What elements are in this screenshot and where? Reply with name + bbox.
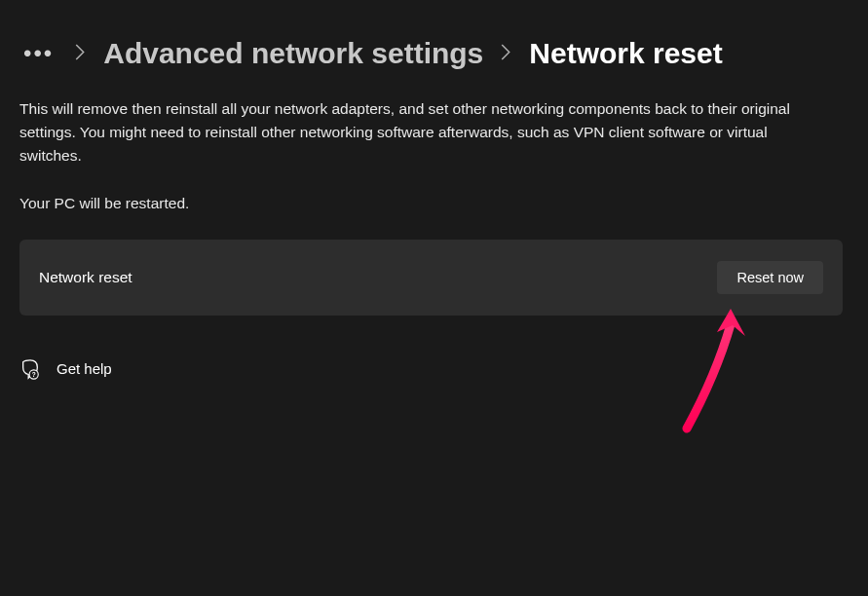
chevron-right-icon	[501, 44, 511, 64]
breadcrumb-parent-link[interactable]: Advanced network settings	[103, 37, 483, 70]
get-help-link[interactable]: ? Get help	[0, 316, 868, 378]
chevron-right-icon	[75, 44, 86, 64]
help-icon: ?	[19, 358, 39, 378]
svg-text:?: ?	[32, 371, 36, 378]
page-title: Network reset	[529, 37, 722, 70]
description-text: This will remove then reinstall all your…	[0, 70, 839, 168]
help-label: Get help	[57, 360, 112, 377]
breadcrumb: ••• Advanced network settings Network re…	[0, 0, 868, 70]
reset-now-button[interactable]: Reset now	[717, 261, 823, 294]
card-label: Network reset	[39, 269, 132, 286]
breadcrumb-ellipsis-icon[interactable]: •••	[19, 40, 57, 67]
restart-note-text: Your PC will be restarted.	[0, 168, 868, 212]
network-reset-card: Network reset Reset now	[19, 240, 843, 316]
